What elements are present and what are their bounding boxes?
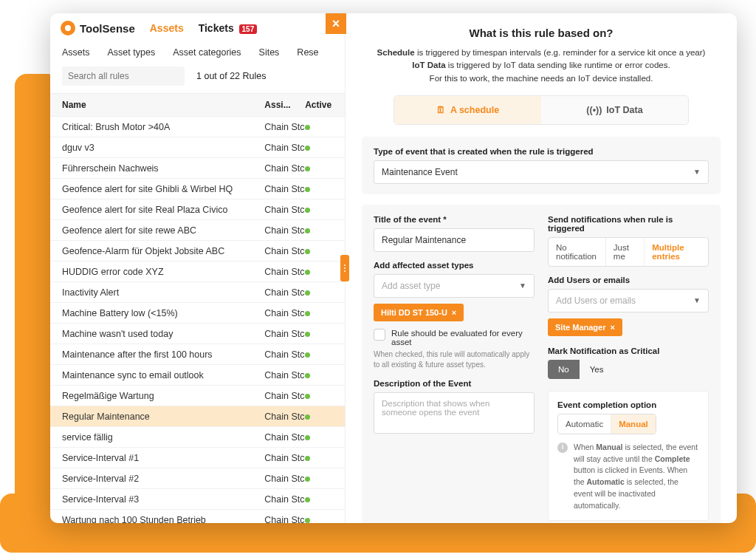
notif-multiple[interactable]: Multiple entries: [645, 238, 708, 266]
rule-assignee: Chain Stc: [264, 308, 305, 318]
status-dot-icon: [305, 290, 310, 296]
table-row[interactable]: dguv v3Chain Stc: [50, 137, 345, 158]
search-input[interactable]: [62, 66, 185, 86]
table-row[interactable]: Service-Interval #2Chain Stc: [50, 468, 345, 489]
status-dot-icon: [305, 456, 310, 461]
rule-assignee: Chain Stc: [264, 370, 305, 380]
rule-count: 1 out of 22 Rules: [196, 71, 267, 81]
status-dot-icon: [305, 270, 310, 275]
search-row: 1 out of 22 Rules: [50, 62, 345, 93]
status-dot-icon: [305, 146, 310, 151]
rule-active-status: [305, 474, 333, 484]
tab-asset-categories[interactable]: Asset categories: [173, 47, 241, 58]
event-type-select[interactable]: Maintenance Event ▼: [374, 160, 709, 184]
description-label: Description of the Event: [374, 379, 535, 388]
tab-schedule[interactable]: 🗓 A schedule: [394, 96, 541, 124]
rule-active-status: [305, 246, 333, 256]
col-active[interactable]: Active: [305, 100, 333, 110]
status-dot-icon: [305, 497, 310, 502]
splitter-handle[interactable]: [340, 255, 349, 281]
rule-assignee: Chain Stc: [264, 432, 305, 443]
info-icon: i: [557, 443, 568, 453]
table-row[interactable]: Machine wasn't used todayChain Stc: [50, 324, 345, 344]
completion-automatic[interactable]: Automatic: [558, 414, 611, 434]
table-row[interactable]: Regular MaintenanceChain Stc: [50, 406, 345, 427]
description-textarea[interactable]: Description that shows when someone open…: [374, 392, 535, 434]
completion-manual[interactable]: Manual: [611, 414, 656, 434]
close-icon[interactable]: ×: [610, 323, 614, 332]
event-type-section: Type of event that is created when the r…: [362, 137, 721, 194]
tab-iot-label: IoT Data: [606, 105, 642, 115]
mark-critical-toggle: No Yes: [548, 360, 614, 379]
table-row[interactable]: Maintenance sync to email outlookChain S…: [50, 365, 345, 386]
tab-sites[interactable]: Sites: [259, 47, 280, 58]
critical-no[interactable]: No: [548, 360, 580, 379]
status-dot-icon: [305, 249, 310, 254]
tab-asset-types[interactable]: Asset types: [108, 47, 156, 58]
nav-assets[interactable]: Assets: [150, 22, 184, 34]
rule-name: Führerschein Nachweis: [62, 163, 264, 174]
event-title-input[interactable]: Regular Maintenance: [374, 228, 535, 252]
broadcast-icon: ((•)): [586, 105, 602, 115]
rule-name: Wartung nach 100 Stunden Betrieb: [62, 515, 264, 524]
col-assi[interactable]: Assi...: [264, 100, 305, 110]
tab-iot[interactable]: ((•)) IoT Data: [541, 96, 688, 124]
critical-yes[interactable]: Yes: [580, 360, 614, 379]
status-dot-icon: [305, 332, 310, 337]
asset-type-chip[interactable]: Hilti DD ST 150-U ×: [374, 304, 464, 321]
table-row[interactable]: Inactivity AlertChain Stc: [50, 282, 345, 303]
table-row[interactable]: Service-Interval #3Chain Stc: [50, 489, 345, 510]
rule-assignee: Chain Stc: [264, 474, 305, 484]
evaluate-every-checkbox[interactable]: [374, 329, 385, 341]
table-row[interactable]: Geofence-Alarm für Objekt Jobsite ABCCha…: [50, 241, 345, 262]
asset-type-select[interactable]: Add asset type ▼: [374, 274, 535, 298]
status-dot-icon: [305, 518, 310, 523]
rule-active-status: [305, 349, 333, 360]
notif-just-me[interactable]: Just me: [606, 238, 645, 266]
table-row[interactable]: Geofence alert for site Ghibli & Wirbel …: [50, 179, 345, 199]
nav-tickets[interactable]: Tickets 157: [199, 22, 258, 34]
tab-rese[interactable]: Rese: [297, 47, 318, 58]
rule-assignee: Chain Stc: [264, 329, 305, 339]
col-name[interactable]: Name: [62, 100, 264, 110]
tab-assets[interactable]: Assets: [62, 47, 90, 58]
rule-active-status: [305, 494, 333, 505]
rule-name: Maintenance after the first 100 hours: [62, 349, 264, 360]
app-window: × ToolSense Assets Tickets 157 Assets As…: [50, 13, 737, 523]
brand-name: ToolSense: [80, 22, 135, 35]
table-row[interactable]: service fälligChain Stc: [50, 427, 345, 448]
close-button[interactable]: ×: [326, 13, 346, 34]
notifications-label: Send notifications when rule is triggere…: [548, 215, 709, 233]
rule-active-status: [305, 432, 333, 443]
table-row[interactable]: Geofence alert for site rewe ABCChain St…: [50, 220, 345, 241]
close-icon[interactable]: ×: [452, 308, 456, 317]
rule-active-status: [305, 163, 333, 174]
rule-assignee: Chain Stc: [264, 391, 305, 401]
nav-tickets-label: Tickets: [199, 22, 234, 34]
table-row[interactable]: HUDDIG error code XYZChain Stc: [50, 262, 345, 282]
tickets-count-badge: 157: [239, 24, 258, 34]
rule-name: Geofence alert for site Ghibli & Wirbel …: [62, 184, 264, 194]
add-users-select[interactable]: Add Users or emails ▼: [548, 289, 709, 313]
table-row[interactable]: Geofence alert for site Real Plaza Civic…: [50, 199, 345, 220]
table-row[interactable]: Maintenance after the first 100 hoursCha…: [50, 344, 345, 365]
table-row[interactable]: Service-Interval #1Chain Stc: [50, 448, 345, 468]
evaluate-every-hint: When checked, this rule will automatical…: [374, 349, 535, 370]
panel-sub1: Schedule is triggered by timespan interv…: [362, 47, 721, 59]
notif-none[interactable]: No notification: [549, 238, 606, 266]
rule-active-status: [305, 391, 333, 401]
table-row[interactable]: Machine Battery low (<15%)Chain Stc: [50, 303, 345, 324]
table-row[interactable]: Regelmäßige WartungChain Stc: [50, 386, 345, 406]
user-chip[interactable]: Site Manager ×: [548, 318, 622, 336]
table-row[interactable]: Wartung nach 100 Stunden BetriebChain St…: [50, 510, 345, 523]
status-dot-icon: [305, 414, 310, 420]
table-row[interactable]: Führerschein NachweisChain Stc: [50, 158, 345, 179]
table-row[interactable]: Critical: Brush Motor >40AChain Stc: [50, 117, 345, 137]
rule-assignee: Chain Stc: [264, 246, 305, 256]
details-left-col: Title of the event * Regular Maintenance…: [374, 215, 535, 522]
rule-assignee: Chain Stc: [264, 143, 305, 153]
rule-assignee: Chain Stc: [264, 349, 305, 360]
rule-active-status: [305, 287, 333, 298]
rule-active-status: [305, 329, 333, 339]
rule-active-status: [305, 370, 333, 380]
